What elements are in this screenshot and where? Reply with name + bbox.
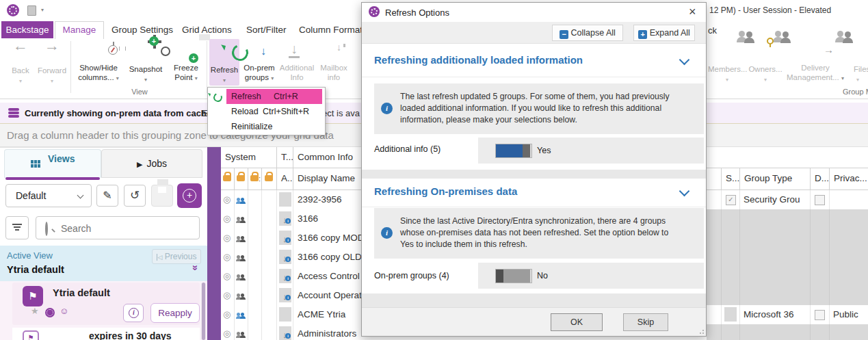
checkbox-unchecked[interactable] (815, 195, 825, 205)
column-header-lock-4[interactable] (262, 168, 277, 190)
on-prem-groups-button[interactable]: ↓ On-prem groups ▾ (241, 40, 278, 94)
snapshot-button[interactable]: + Snapshot ▾ (126, 40, 166, 94)
column-header-lock-1[interactable] (221, 168, 235, 190)
column-header-lock-2[interactable] (235, 168, 248, 190)
info-circle-icon: i (381, 227, 393, 239)
members-button: Members... ▾ (708, 40, 746, 94)
rename-view-button[interactable]: ✎ (96, 185, 118, 207)
menu-item-refresh[interactable]: Refresh Ctrl+R (208, 89, 325, 104)
tab-sort-filter[interactable]: Sort/Filter (246, 25, 287, 35)
security-checkbox-checked[interactable]: ✓ (726, 195, 736, 205)
list-item-view[interactable]: ⚑ expires in 30 days (12, 328, 200, 340)
forward-arrow-icon: → (36, 41, 68, 51)
list-item-active-view[interactable]: ⚑ Ytria default ★ ☺ i Reapply (12, 283, 200, 325)
list-item-title: Ytria default (53, 287, 110, 298)
view-info-button[interactable]: i (123, 304, 144, 322)
content-bottom-strip (362, 293, 706, 307)
expand-all-button[interactable]: + Expand All (633, 25, 695, 41)
mailbox-info-button: ↓ Mailbox info (316, 40, 352, 94)
menu-item-label: Reload (231, 107, 259, 116)
forward-caret-icon: ▾ (36, 77, 68, 86)
jobs-play-icon: ▶ (137, 160, 142, 168)
dialog-title-bar[interactable]: Refresh Options × (362, 3, 706, 22)
tab-backstage[interactable]: Backstage (1, 21, 53, 38)
view-selector-value: Default (16, 190, 46, 201)
tab-grid-actions[interactable]: Grid Actions (182, 25, 232, 35)
freeze-point-button[interactable]: + Freeze Point ▾ (167, 40, 205, 94)
collapse-all-button[interactable]: − Collapse All (552, 25, 623, 41)
group-header-t[interactable]: T... (277, 147, 293, 168)
info-state-cell: ↓i (279, 211, 291, 226)
ribbon-separator (207, 41, 207, 93)
group-members-icon (236, 291, 246, 300)
info-box: i Since the last Active Directory/Entra … (374, 208, 704, 259)
tab-group-settings[interactable]: Group Settings (111, 25, 173, 35)
additional-info-button: ↓ Additional Info (279, 40, 315, 94)
info-circle-icon: i (381, 103, 393, 114)
column-header-a[interactable]: A... (277, 168, 293, 190)
lock-icon (237, 175, 245, 181)
additional-info-toggle[interactable] (495, 144, 532, 158)
left-panel: Views ▶Jobs Default ✎ ↺ + (0, 147, 207, 340)
snapshot-label: Snapshot (126, 64, 166, 74)
previous-view-button: ◁ Previous (152, 249, 201, 264)
column-header-lock-3[interactable]: : (248, 168, 262, 190)
ribbon-separator (70, 41, 71, 93)
view-selector-dropdown[interactable]: Default (5, 184, 92, 207)
column-header-s[interactable]: S... (722, 168, 740, 190)
members-caret-icon: ▾ (708, 75, 746, 85)
group-members-icon (236, 215, 246, 223)
display-name-cell: Administrators (293, 328, 356, 339)
target-icon: ◎ (223, 233, 231, 243)
view-group-label: View (73, 88, 207, 96)
tab-column-format[interactable]: Column Format (299, 25, 363, 35)
smiley-icon: ☺ (60, 306, 68, 316)
display-name-cell: 3166 (293, 213, 318, 224)
quick-access-caret-icon[interactable]: ▾ (41, 7, 44, 13)
section-header-additional-info[interactable]: Refreshing additionally loaded informati… (362, 46, 706, 77)
on-prem-groups-toggle[interactable] (495, 269, 532, 283)
section-header-on-premises[interactable]: Refreshing On-premises data (362, 179, 706, 207)
column-header-d[interactable]: D... (811, 168, 830, 190)
group-header-system[interactable]: System (221, 147, 277, 168)
scrollbar-thumb[interactable] (202, 283, 205, 340)
target-icon: ◎ (223, 252, 231, 262)
display-name-cell: Account Operato (293, 290, 367, 300)
tab-backstage-label: Backstage (5, 25, 49, 35)
reset-view-button[interactable]: ↺ (124, 185, 146, 207)
forward-button[interactable]: → Forward ▾ (36, 40, 68, 94)
refresh-button[interactable]: Refresh ▾ (209, 39, 239, 86)
tab-jobs[interactable]: ▶Jobs (101, 149, 202, 178)
menu-item-reinitialize[interactable]: Reinitialize (208, 119, 325, 134)
ytria-badge-icon (45, 308, 55, 317)
dialog-logo-icon (369, 6, 380, 17)
target-icon: ◎ (223, 309, 231, 319)
list-scrollbar[interactable] (201, 283, 206, 340)
reapply-button[interactable]: Reapply (150, 303, 200, 323)
blue-down-arrow-icon: ↓ (261, 47, 266, 56)
tab-views[interactable]: Views (4, 149, 101, 178)
notification-message: Currently showing on-prem data from cach… (25, 108, 211, 118)
back-arrow-icon: ← (5, 41, 36, 51)
views-grid-icon (31, 160, 40, 168)
back-button[interactable]: ← Back ▾ (5, 40, 36, 94)
checkbox-unchecked[interactable] (815, 310, 825, 320)
search-input[interactable] (60, 219, 196, 238)
filter-views-button[interactable] (5, 216, 29, 239)
menu-item-reload[interactable]: Reload Ctrl+Shift+R (208, 104, 325, 119)
search-box (36, 216, 200, 239)
menu-item-label: Refresh (231, 92, 261, 101)
tab-manage[interactable]: Manage (55, 21, 104, 39)
add-view-button[interactable]: + (177, 183, 202, 208)
column-header-group-type[interactable]: Group Type (740, 168, 811, 190)
tab-views-label: Views (48, 153, 75, 164)
close-icon[interactable]: × (689, 5, 696, 19)
show-hide-columns-button[interactable]: Show/Hide columns... ▾ (73, 40, 124, 94)
skip-button[interactable]: Skip (623, 313, 668, 331)
star-icon[interactable]: ★ (31, 306, 39, 316)
resize-grip[interactable] (697, 327, 704, 334)
collapse-chevron-icon[interactable]: » (190, 265, 202, 270)
column-header-privacy[interactable]: Privac... (830, 168, 868, 190)
ok-button[interactable]: OK (551, 313, 603, 331)
target-icon: ◎ (223, 194, 231, 205)
